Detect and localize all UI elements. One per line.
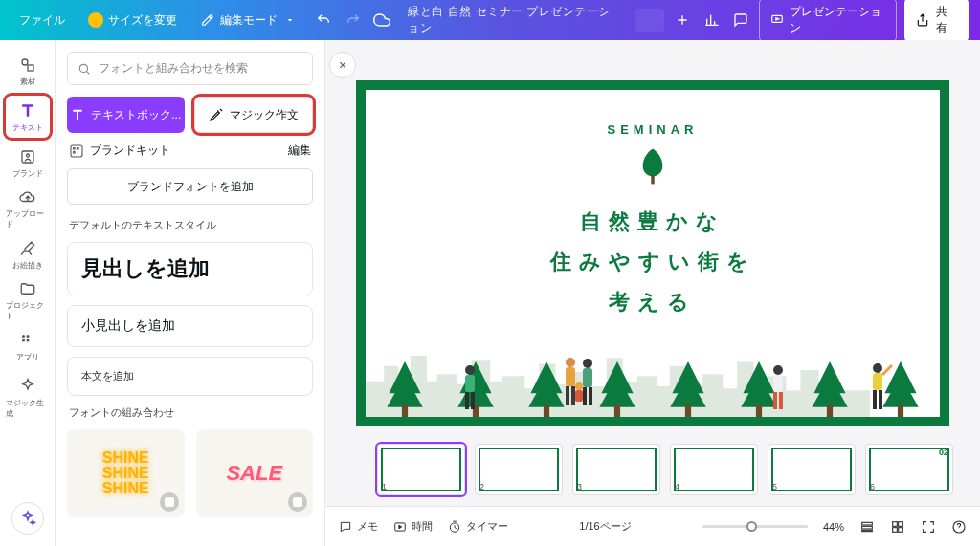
cloud-sync-icon[interactable] bbox=[371, 9, 392, 32]
crown-badge bbox=[160, 492, 179, 512]
fullscreen-button[interactable] bbox=[921, 519, 936, 535]
magic-pen-icon bbox=[209, 107, 224, 122]
search-placeholder: フォントと組み合わせを検索 bbox=[99, 60, 248, 76]
sidebar-item-label: アップロード bbox=[6, 208, 50, 229]
font-combo-card[interactable]: SHINE SHINE SHINE bbox=[67, 429, 185, 517]
shapes-icon bbox=[18, 55, 37, 75]
brandkit-edit-link[interactable]: 編集 bbox=[288, 142, 311, 159]
add-subheading-label: 小見出しを追加 bbox=[81, 317, 175, 333]
textbox-label: テキストボック... bbox=[91, 107, 181, 123]
svg-rect-10 bbox=[71, 145, 82, 157]
text-panel: フォントと組み合わせを検索 テキストボック... マジック作文 ブランドキット … bbox=[56, 40, 325, 546]
svg-rect-58 bbox=[873, 373, 882, 390]
share-icon bbox=[916, 12, 930, 28]
slide[interactable]: SEMINAR 自然豊かな 住みやすい街を 考える bbox=[356, 80, 949, 426]
analytics-button[interactable] bbox=[701, 9, 722, 32]
page-thumbnail[interactable]: 026 bbox=[865, 444, 953, 495]
sidebar-item-label: ブランド bbox=[12, 168, 43, 179]
page-thumbnail[interactable]: 4 bbox=[670, 444, 758, 495]
svg-rect-70 bbox=[899, 527, 903, 532]
comment-button[interactable] bbox=[730, 9, 751, 32]
view-list-button[interactable] bbox=[859, 519, 875, 535]
svg-rect-52 bbox=[575, 390, 583, 402]
add-subheading-button[interactable]: 小見出しを追加 bbox=[67, 305, 313, 347]
svg-rect-42 bbox=[471, 392, 475, 409]
person-illustration bbox=[766, 363, 791, 413]
page-thumbnail[interactable]: 3 bbox=[572, 444, 660, 495]
sidebar-item-label: プロジェクト bbox=[6, 300, 50, 321]
add-body-button[interactable]: 本文を追加 bbox=[67, 357, 313, 396]
resize-button[interactable]: サイズを変更 bbox=[80, 8, 185, 33]
thumbnail-strip: 1 2 3 4 5 026 bbox=[325, 432, 980, 506]
svg-rect-40 bbox=[465, 375, 475, 392]
draw-icon bbox=[18, 239, 37, 258]
edit-mode-button[interactable]: 編集モード bbox=[192, 8, 305, 33]
svg-rect-55 bbox=[773, 392, 777, 409]
add-heading-button[interactable]: 見出しを追加 bbox=[67, 242, 313, 295]
help-button[interactable] bbox=[951, 519, 967, 535]
thumb-number: 6 bbox=[870, 482, 875, 491]
top-bar: ファイル サイズを変更 編集モード 緑と白 自然 セミナー プレゼンテーション … bbox=[0, 0, 980, 40]
share-button[interactable]: 共有 bbox=[904, 0, 969, 42]
close-panel-button[interactable]: × bbox=[329, 52, 356, 78]
doc-title[interactable]: 緑と白 自然 セミナー プレゼンテーション bbox=[408, 4, 619, 36]
sidebar-item-draw[interactable]: お絵描き bbox=[6, 233, 50, 275]
timer-button[interactable]: タイマー bbox=[448, 519, 508, 534]
edit-mode-label: 編集モード bbox=[220, 12, 278, 29]
sidebar-item-projects[interactable]: プロジェクト bbox=[6, 279, 50, 321]
magic-fab[interactable] bbox=[11, 502, 44, 535]
sidebar-item-elements[interactable]: 素材 bbox=[6, 50, 50, 92]
family-illustration bbox=[559, 356, 601, 413]
svg-point-57 bbox=[873, 363, 882, 373]
sidebar-item-text[interactable]: テキスト bbox=[6, 96, 50, 138]
svg-point-47 bbox=[583, 359, 592, 368]
add-textbox-button[interactable]: テキストボック... bbox=[67, 97, 185, 133]
stage[interactable]: SEMINAR 自然豊かな 住みやすい街を 考える bbox=[325, 40, 980, 432]
person-illustration bbox=[865, 361, 894, 413]
page-thumbnail[interactable]: 5 bbox=[768, 444, 856, 495]
add-brand-font-button[interactable]: ブランドフォントを追加 bbox=[67, 168, 313, 205]
page-indicator[interactable]: 1/16ページ bbox=[579, 519, 631, 534]
file-menu[interactable]: ファイル bbox=[11, 8, 73, 33]
notes-button[interactable]: メモ bbox=[339, 519, 378, 534]
undo-button[interactable] bbox=[313, 9, 334, 32]
page-thumbnail[interactable]: 2 bbox=[475, 444, 563, 495]
duration-button[interactable]: 時間 bbox=[393, 519, 433, 534]
crown-mini-icon bbox=[293, 497, 302, 507]
svg-point-43 bbox=[566, 358, 575, 367]
svg-point-12 bbox=[77, 147, 78, 149]
page-thumbnail[interactable]: 1 bbox=[377, 444, 465, 495]
sidebar-item-brand[interactable]: ブランド bbox=[6, 142, 50, 184]
svg-rect-14 bbox=[651, 175, 654, 184]
present-button[interactable]: プレゼンテーション bbox=[759, 0, 897, 42]
svg-point-53 bbox=[773, 365, 783, 375]
search-input[interactable]: フォントと組み合わせを検索 bbox=[67, 52, 313, 85]
svg-point-39 bbox=[465, 365, 475, 375]
sidebar-item-apps[interactable]: アプリ bbox=[6, 325, 50, 367]
magic-write-button[interactable]: マジック作文 bbox=[194, 97, 314, 133]
grid-view-button[interactable] bbox=[890, 519, 905, 535]
svg-rect-69 bbox=[893, 527, 898, 532]
svg-rect-35 bbox=[827, 405, 833, 417]
bottom-bar: メモ 時間 タイマー 1/16ページ 44% bbox=[325, 506, 980, 546]
notes-icon bbox=[339, 520, 352, 534]
add-button[interactable] bbox=[672, 9, 693, 32]
svg-rect-46 bbox=[571, 386, 575, 405]
play-icon bbox=[769, 12, 784, 28]
sidebar-item-magic[interactable]: マジック生成 bbox=[6, 377, 50, 419]
sidebar-item-upload[interactable]: アップロード bbox=[6, 187, 50, 229]
share-label: 共有 bbox=[936, 4, 957, 36]
combo-text: SALE bbox=[226, 461, 282, 486]
font-combo-card[interactable]: SALE bbox=[196, 429, 314, 517]
timer-icon bbox=[448, 520, 461, 534]
redo-button[interactable] bbox=[342, 9, 363, 32]
apps-icon bbox=[18, 331, 37, 350]
svg-rect-64 bbox=[862, 522, 873, 525]
timer-label: タイマー bbox=[466, 519, 508, 534]
thumb-number: 4 bbox=[675, 482, 679, 491]
zoom-level[interactable]: 44% bbox=[823, 521, 844, 533]
canvas-area: SEMINAR 自然豊かな 住みやすい街を 考える bbox=[325, 40, 980, 546]
collab-placeholder bbox=[635, 9, 664, 32]
svg-rect-26 bbox=[614, 405, 620, 417]
zoom-slider[interactable] bbox=[702, 525, 808, 528]
